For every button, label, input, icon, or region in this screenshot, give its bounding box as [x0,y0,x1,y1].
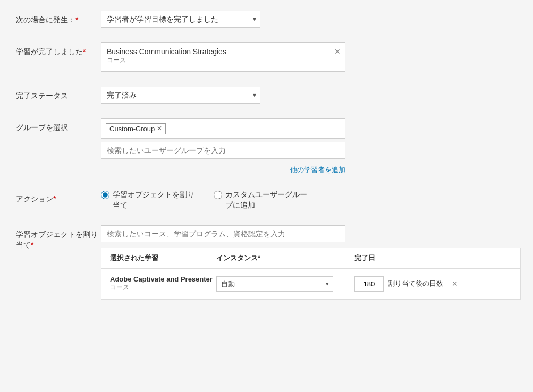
action-option2-label: カスタムユーザーグループに追加 [225,190,310,210]
group-tag-text: Custom-Group [109,125,155,133]
learning-completed-required-star: * [83,47,86,56]
action-row: アクション* 学習オブジェクトを割り当て カスタムユーザーグループに追加 [16,190,517,210]
status-row: 完了ステータス 完了済み ▾ [16,87,517,104]
action-control: 学習オブジェクトを割り当て カスタムユーザーグループに追加 [101,190,517,210]
group-tag: Custom-Group ✕ [106,123,166,134]
action-option1[interactable]: 学習オブジェクトを割り当て [101,190,198,210]
lo-assign-label-text: 学習オブジェクトを割り当て [16,230,98,249]
due-days-label: 割り当て後の日数 [388,279,443,288]
group-search-input[interactable] [101,142,345,159]
trigger-row: 次の場合に発生：* 学習者が学習目標を完了しました ▾ [16,11,517,28]
lo-cell-due: 割り当て後の日数 ✕ [354,276,461,292]
lo-assign-control: 選択された学習 インスタンス* 完了日 Adobe Captivate and … [101,225,521,300]
trigger-select[interactable]: 学習者が学習目標を完了しました [101,11,260,28]
learning-completed-label-text: 学習が完了しました [16,47,83,56]
lo-cell-selected: Adobe Captivate and Presenter コース [110,275,216,292]
add-learner-link[interactable]: 他の学習者を追加 [101,165,345,175]
lo-assign-row: 学習オブジェクトを割り当て* 選択された学習 インスタンス* 完了日 Adobe… [16,225,517,300]
learning-completed-row: 学習が完了しました* Business Communication Strate… [16,42,517,72]
lo-course-name: Adobe Captivate and Presenter [110,275,216,283]
group-tag-close-icon[interactable]: ✕ [157,125,162,132]
lo-assign-required-star: * [31,241,33,249]
due-days-input[interactable] [354,276,384,292]
lo-table-header: 選択された学習 インスタンス* 完了日 [101,248,520,269]
action-radio1[interactable] [101,191,109,199]
action-radio-group: 学習オブジェクトを割り当て カスタムユーザーグループに追加 [101,190,517,210]
action-label-text: アクション [16,194,53,203]
action-label: アクション* [16,190,101,204]
group-control: Custom-Group ✕ 他の学習者を追加 [101,118,517,175]
trigger-control: 学習者が学習目標を完了しました ▾ [101,11,517,28]
col-selected-header: 選択された学習 [110,253,216,263]
action-radio2[interactable] [214,191,222,199]
instance-select-wrapper: 自動 ▾ [216,276,333,292]
lo-search-input[interactable] [101,225,345,242]
action-option1-label: 学習オブジェクトを割り当て [113,190,198,210]
learning-completed-title: Business Communication Strategies [107,47,340,56]
status-label-text: 完了ステータス [16,91,68,100]
learning-completed-close-icon[interactable]: ✕ [334,47,341,56]
group-tag-area: Custom-Group ✕ [101,118,345,139]
trigger-label-text: 次の場合に発生： [16,15,75,24]
col-due-header: 完了日 [354,253,461,263]
learning-completed-label: 学習が完了しました* [16,42,101,57]
group-section: Custom-Group ✕ 他の学習者を追加 [101,118,517,175]
status-select-wrapper: 完了済み ▾ [101,87,260,104]
learning-completed-control: Business Communication Strategies コース ✕ [101,42,517,72]
trigger-required-star: * [75,15,78,24]
table-row: Adobe Captivate and Presenter コース 自動 ▾ [101,269,520,299]
action-option2[interactable]: カスタムユーザーグループに追加 [214,190,310,210]
status-label: 完了ステータス [16,87,101,101]
group-row: グループを選択 Custom-Group ✕ 他の学習者を追加 [16,118,517,175]
group-label-text: グループを選択 [16,123,68,132]
learning-completed-tag-area: Business Communication Strategies コース ✕ [101,42,345,72]
lo-table: 選択された学習 インスタンス* 完了日 Adobe Captivate and … [101,248,521,300]
trigger-label: 次の場合に発生：* [16,11,101,25]
group-label: グループを選択 [16,118,101,133]
action-required-star: * [53,194,56,203]
status-control: 完了済み ▾ [101,87,517,104]
table-row-close-icon[interactable]: ✕ [452,279,458,288]
form-container: 次の場合に発生：* 学習者が学習目標を完了しました ▾ 学習が完了しました* B… [0,0,533,325]
status-select[interactable]: 完了済み [101,87,260,104]
instance-select[interactable]: 自動 [216,276,333,292]
trigger-select-wrapper: 学習者が学習目標を完了しました ▾ [101,11,260,28]
learning-completed-subtitle: コース [107,56,340,65]
lo-cell-instance: 自動 ▾ [216,276,354,292]
col-instance-header: インスタンス* [216,253,354,263]
lo-course-type: コース [110,283,216,292]
lo-assign-label: 学習オブジェクトを割り当て* [16,225,101,250]
